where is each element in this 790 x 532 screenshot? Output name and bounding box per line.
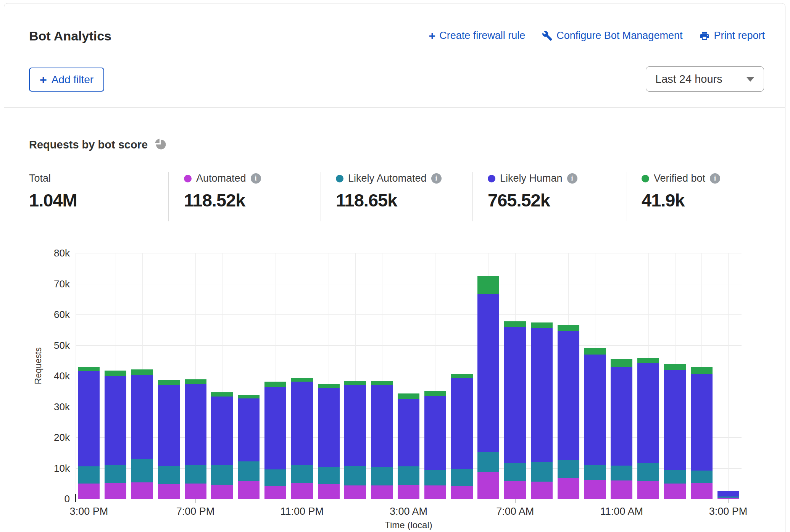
bar-segment-verified-bot[interactable] (211, 392, 233, 396)
bar-segment-likely-human[interactable] (238, 398, 260, 461)
bar-segment-likely-automated[interactable] (691, 471, 713, 483)
bar-segment-automated[interactable] (344, 485, 366, 499)
bar-segment-verified-bot[interactable] (424, 391, 446, 396)
bar-segment-likely-automated[interactable] (264, 469, 286, 486)
bar-segment-likely-human[interactable] (691, 374, 713, 471)
bar-segment-likely-human[interactable] (531, 328, 553, 461)
bar-segment-likely-human[interactable] (637, 363, 659, 463)
bar-segment-automated[interactable] (318, 484, 340, 499)
bar-segment-verified-bot[interactable] (318, 384, 340, 388)
bar-segment-likely-human[interactable] (398, 399, 419, 466)
bar-segment-likely-automated[interactable] (558, 460, 579, 478)
bar-segment-likely-human[interactable] (371, 385, 393, 467)
bar-segment-likely-automated[interactable] (211, 465, 233, 485)
bar-segment-likely-automated[interactable] (451, 469, 473, 486)
time-range-dropdown[interactable]: Last 24 hours (646, 66, 764, 92)
bar-segment-automated[interactable] (105, 483, 126, 499)
bar-segment-verified-bot[interactable] (691, 367, 713, 374)
print-report-link[interactable]: Print report (699, 30, 765, 42)
bar-segment-likely-human[interactable] (131, 375, 153, 459)
bar-segment-automated[interactable] (398, 485, 419, 499)
bar-segment-verified-bot[interactable] (264, 382, 286, 387)
bar-segment-verified-bot[interactable] (371, 381, 393, 385)
bar-segment-verified-bot[interactable] (238, 395, 260, 398)
bar-segment-likely-human[interactable] (78, 371, 100, 466)
bar-segment-likely-automated[interactable] (105, 465, 126, 483)
bar-segment-verified-bot[interactable] (158, 380, 180, 385)
bar-segment-likely-automated[interactable] (584, 465, 606, 480)
bar-segment-verified-bot[interactable] (637, 358, 659, 363)
bar-segment-likely-human[interactable] (664, 370, 686, 470)
bar-segment-verified-bot[interactable] (291, 378, 313, 382)
bar-segment-verified-bot[interactable] (105, 371, 126, 376)
configure-bot-management-link[interactable]: Configure Bot Management (542, 30, 682, 42)
bar-segment-likely-automated[interactable] (664, 470, 686, 483)
bar-segment-automated[interactable] (424, 485, 446, 499)
info-icon[interactable]: i (710, 173, 720, 184)
bar-segment-automated[interactable] (158, 484, 180, 499)
bar-segment-likely-automated[interactable] (78, 466, 100, 483)
bar-segment-likely-human[interactable] (185, 384, 206, 465)
bar-segment-likely-automated[interactable] (398, 466, 419, 485)
bar-segment-likely-automated[interactable] (371, 467, 393, 485)
bar-segment-verified-bot[interactable] (611, 359, 632, 368)
bar-segment-likely-automated[interactable] (611, 466, 632, 480)
bar-segment-likely-automated[interactable] (318, 467, 340, 484)
bar-segment-automated[interactable] (637, 481, 659, 499)
bar-segment-automated[interactable] (451, 486, 473, 499)
bar-segment-likely-human[interactable] (717, 491, 739, 497)
bar-segment-likely-human[interactable] (264, 387, 286, 469)
bar-segment-automated[interactable] (185, 484, 206, 499)
bar-segment-automated[interactable] (371, 485, 393, 499)
bar-segment-verified-bot[interactable] (558, 325, 579, 331)
bar-segment-likely-automated[interactable] (424, 470, 446, 485)
bar-segment-likely-human[interactable] (158, 385, 180, 466)
bar-segment-likely-automated[interactable] (504, 463, 526, 481)
bar-segment-likely-human[interactable] (424, 396, 446, 470)
bar-segment-verified-bot[interactable] (451, 374, 473, 378)
bar-segment-likely-automated[interactable] (238, 461, 260, 481)
bar-segment-automated[interactable] (558, 478, 579, 499)
bar-segment-automated[interactable] (131, 482, 153, 499)
bar-segment-automated[interactable] (238, 481, 260, 499)
bar-segment-verified-bot[interactable] (185, 379, 206, 384)
bar-segment-automated[interactable] (211, 485, 233, 499)
bar-segment-automated[interactable] (611, 480, 632, 499)
bar-segment-likely-automated[interactable] (717, 497, 739, 497)
bar-segment-likely-human[interactable] (611, 367, 632, 466)
bar-segment-verified-bot[interactable] (717, 491, 739, 491)
bar-segment-likely-human[interactable] (344, 385, 366, 466)
bar-segment-automated[interactable] (584, 480, 606, 499)
bar-segment-automated[interactable] (691, 483, 713, 499)
bar-segment-likely-automated[interactable] (158, 466, 180, 484)
bar-segment-likely-human[interactable] (477, 294, 499, 452)
bar-segment-verified-bot[interactable] (477, 276, 499, 294)
bar-segment-likely-human[interactable] (584, 355, 606, 464)
bar-segment-likely-human[interactable] (558, 331, 579, 459)
bar-segment-verified-bot[interactable] (131, 369, 153, 375)
bar-segment-verified-bot[interactable] (664, 364, 686, 370)
bar-segment-likely-automated[interactable] (185, 465, 206, 484)
bar-segment-verified-bot[interactable] (398, 393, 419, 399)
bar-segment-automated[interactable] (291, 483, 313, 499)
bar-segment-automated[interactable] (504, 481, 526, 499)
bar-segment-verified-bot[interactable] (344, 381, 366, 385)
bar-segment-likely-automated[interactable] (637, 463, 659, 481)
bar-segment-likely-human[interactable] (211, 397, 233, 465)
bar-segment-likely-automated[interactable] (531, 462, 553, 482)
bar-segment-automated[interactable] (78, 484, 100, 499)
bar-segment-likely-automated[interactable] (344, 466, 366, 485)
info-icon[interactable]: i (251, 173, 261, 184)
info-icon[interactable]: i (567, 173, 577, 184)
bar-segment-likely-automated[interactable] (477, 452, 499, 472)
info-icon[interactable]: i (431, 173, 442, 184)
bar-segment-likely-human[interactable] (504, 327, 526, 463)
bar-segment-automated[interactable] (664, 484, 686, 499)
add-filter-button[interactable]: + Add filter (29, 68, 104, 92)
bar-segment-likely-human[interactable] (451, 378, 473, 469)
bar-segment-likely-automated[interactable] (131, 459, 153, 483)
create-firewall-rule-link[interactable]: + Create firewall rule (429, 30, 526, 42)
bar-segment-verified-bot[interactable] (78, 367, 100, 371)
bar-segment-automated[interactable] (264, 486, 286, 499)
bar-segment-automated[interactable] (477, 472, 499, 499)
